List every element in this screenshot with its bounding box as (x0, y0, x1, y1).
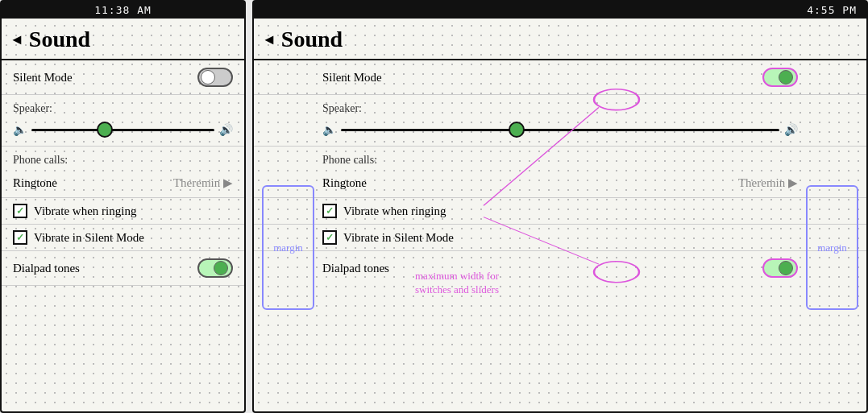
header-right: ◄ Sound (254, 19, 866, 60)
silent-mode-toggle-right[interactable] (762, 68, 798, 87)
dialpad-tones-label-right: Dialpad tones (322, 262, 389, 275)
vibrate-ringing-checkbox-right[interactable]: ✓ (322, 204, 337, 218)
settings-list-right: Silent Mode Speaker: 🔈 🔊 (254, 60, 866, 285)
vibrate-silent-row-left[interactable]: ✓ Vibrate in Silent Mode (2, 225, 244, 251)
speaker-header-left: Speaker: (2, 95, 244, 117)
vibrate-ringing-checkbox-left[interactable]: ✓ (13, 204, 27, 218)
silent-mode-toggle-left[interactable] (197, 68, 233, 87)
speaker-slider-left[interactable] (31, 122, 214, 138)
back-arrow-left[interactable]: ◄ (10, 31, 24, 48)
toggle-thumb-dialpad-right (779, 261, 793, 275)
speaker-header-right: Speaker: (254, 95, 866, 117)
vibrate-ringing-row-right[interactable]: ✓ Vibrate when ringing (254, 198, 866, 225)
volume-low-icon-right: 🔈 (322, 123, 336, 136)
back-arrow-right[interactable]: ◄ (262, 31, 276, 48)
speaker-slider-row-left: 🔈 🔊 (2, 117, 244, 147)
right-content: Silent Mode Speaker: 🔈 🔊 (254, 60, 866, 285)
dialpad-tones-row-left: Dialpad tones (2, 251, 244, 286)
margin-indicator-right: margin (806, 185, 858, 310)
status-bar-right: 4:55 PM (254, 2, 866, 19)
status-bar-left: 11:38 AM (2, 2, 244, 19)
vibrate-ringing-row-left[interactable]: ✓ Vibrate when ringing (2, 198, 244, 225)
toggle-thumb-dialpad-left (214, 261, 228, 275)
ringtone-value-left: Theremin ▶ (173, 176, 233, 190)
dialpad-tones-label-left: Dialpad tones (13, 262, 80, 275)
vibrate-silent-label-left: Vibrate in Silent Mode (34, 231, 144, 245)
ringtone-label-left: Ringtone (13, 176, 57, 190)
vibrate-ringing-label-right: Vibrate when ringing (343, 204, 446, 218)
slider-thumb-left (97, 122, 113, 138)
time-left: 11:38 AM (94, 4, 152, 16)
vibrate-silent-checkbox-left[interactable]: ✓ (13, 230, 27, 245)
toggle-thumb-silent-right (779, 70, 793, 85)
left-panel: 11:38 AM ◄ Sound Silent Mode Speaker: 🔈 … (0, 0, 246, 413)
speaker-slider-right[interactable] (341, 122, 779, 138)
ringtone-row-left[interactable]: Ringtone Theremin ▶ (2, 168, 244, 198)
volume-high-icon-left: 🔊 (219, 123, 233, 136)
margin-label-left: margin (273, 242, 303, 254)
right-panel: 4:55 PM ◄ Sound Silent Mode Speaker: 🔈 (252, 0, 868, 413)
time-right: 4:55 PM (807, 4, 857, 16)
volume-high-icon-right: 🔊 (784, 123, 798, 136)
slider-track-right (341, 129, 779, 131)
slider-thumb-right (509, 122, 525, 138)
phone-calls-header-left: Phone calls: (2, 147, 244, 168)
dialpad-tones-row-right: Dialpad tones (254, 251, 866, 285)
silent-mode-row-right: Silent Mode (254, 60, 866, 95)
vibrate-ringing-label-left: Vibrate when ringing (34, 204, 136, 218)
slider-track-left (31, 129, 214, 131)
ringtone-label-right: Ringtone (322, 176, 367, 190)
volume-low-icon-left: 🔈 (13, 123, 27, 136)
vibrate-silent-checkbox-right[interactable]: ✓ (322, 230, 337, 245)
page-title-right: Sound (281, 27, 343, 52)
silent-mode-label-right: Silent Mode (322, 71, 382, 85)
dialpad-toggle-left[interactable] (197, 258, 233, 278)
vibrate-silent-label-right: Vibrate in Silent Mode (343, 231, 454, 245)
ringtone-value-right: Theremin ▶ (738, 176, 798, 190)
toggle-thumb (201, 70, 215, 85)
dialpad-toggle-right[interactable] (762, 258, 798, 278)
annotation-text: maximum width forswitches and sliders (415, 270, 499, 297)
vibrate-silent-row-right[interactable]: ✓ Vibrate in Silent Mode (254, 225, 866, 251)
phone-calls-header-right: Phone calls: (254, 147, 866, 168)
page-title-left: Sound (29, 27, 90, 52)
silent-mode-row-left: Silent Mode (2, 60, 244, 95)
header-left: ◄ Sound (2, 19, 244, 60)
margin-label-right: margin (817, 242, 847, 254)
ringtone-row-right[interactable]: Ringtone Theremin ▶ (254, 168, 866, 198)
speaker-slider-row-right: 🔈 🔊 (254, 117, 866, 147)
margin-indicator-left: margin (262, 185, 314, 310)
silent-mode-label-left: Silent Mode (13, 71, 73, 85)
settings-list-left: Silent Mode Speaker: 🔈 🔊 Phone calls: (2, 60, 244, 286)
